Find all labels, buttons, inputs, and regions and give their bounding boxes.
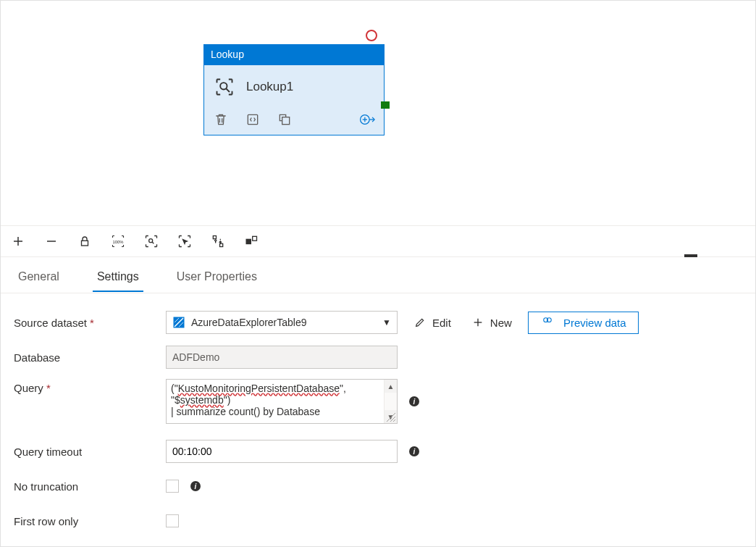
database-input bbox=[166, 346, 398, 369]
preview-data-button[interactable]: Preview data bbox=[528, 312, 639, 334]
code-icon[interactable] bbox=[245, 112, 261, 128]
activity-name: Lookup1 bbox=[246, 80, 293, 94]
auto-arrange-icon[interactable] bbox=[211, 234, 225, 249]
copy-icon[interactable] bbox=[277, 112, 293, 128]
tab-user-properties[interactable]: User Properties bbox=[172, 263, 261, 292]
canvas-toolbar: 100% bbox=[1, 225, 755, 257]
plus-icon bbox=[471, 316, 484, 329]
lookup-icon bbox=[213, 75, 236, 99]
info-icon[interactable]: i bbox=[409, 446, 419, 456]
svg-rect-2 bbox=[248, 114, 257, 124]
zoom-out-icon[interactable] bbox=[44, 234, 59, 249]
database-label: Database bbox=[14, 351, 166, 364]
query-label: Query * bbox=[14, 379, 166, 394]
svg-text:100%: 100% bbox=[113, 240, 124, 244]
settings-panel: Source dataset * AzureDataExplorerTable9… bbox=[1, 305, 755, 538]
source-dataset-label: Source dataset * bbox=[14, 317, 166, 329]
svg-rect-18 bbox=[253, 236, 257, 241]
preview-icon bbox=[540, 317, 555, 329]
lookup-activity-node[interactable]: Lookup Lookup1 bbox=[203, 44, 385, 135]
zoom-fit-icon[interactable] bbox=[144, 234, 159, 249]
query-timeout-label: Query timeout bbox=[14, 446, 166, 458]
new-button[interactable]: New bbox=[467, 313, 516, 332]
query-timeout-input[interactable] bbox=[166, 440, 398, 463]
svg-rect-15 bbox=[213, 236, 216, 239]
edit-button[interactable]: Edit bbox=[409, 313, 455, 332]
zoom-in-icon[interactable] bbox=[11, 234, 25, 249]
lock-icon[interactable] bbox=[77, 234, 92, 249]
panel-resize-handle[interactable] bbox=[684, 254, 697, 257]
pipeline-canvas[interactable]: Lookup Lookup1 bbox=[1, 1, 755, 225]
tab-settings[interactable]: Settings bbox=[93, 263, 143, 292]
no-truncation-checkbox[interactable] bbox=[166, 480, 179, 493]
add-output-icon[interactable] bbox=[359, 112, 375, 128]
activity-body[interactable]: Lookup1 bbox=[203, 64, 385, 135]
svg-point-0 bbox=[220, 83, 227, 89]
select-icon[interactable] bbox=[177, 234, 192, 249]
query-textarea[interactable]: ("KustoMonitoringPersistentDatabase", "$… bbox=[166, 379, 398, 424]
source-dataset-dropdown[interactable]: AzureDataExplorerTable9 ▼ bbox=[166, 311, 398, 334]
source-dataset-value: AzureDataExplorerTable9 bbox=[191, 317, 382, 328]
zoom-100-icon[interactable]: 100% bbox=[111, 234, 125, 249]
chevron-down-icon: ▼ bbox=[382, 317, 391, 327]
svg-line-14 bbox=[152, 242, 154, 244]
properties-tabs: General Settings User Properties bbox=[1, 262, 755, 293]
validation-indicator-icon bbox=[366, 30, 377, 41]
pencil-icon bbox=[413, 316, 427, 329]
info-icon[interactable]: i bbox=[409, 396, 419, 406]
no-truncation-label: No truncation bbox=[14, 480, 166, 493]
delete-icon[interactable] bbox=[213, 112, 229, 128]
svg-rect-16 bbox=[220, 243, 223, 246]
first-row-only-label: First row only bbox=[14, 515, 166, 527]
resize-grip-icon[interactable] bbox=[387, 413, 395, 422]
scroll-up-icon[interactable]: ▲ bbox=[385, 380, 397, 393]
tab-general[interactable]: General bbox=[14, 263, 64, 292]
navigator-icon[interactable] bbox=[244, 234, 259, 249]
svg-rect-17 bbox=[246, 239, 252, 245]
first-row-only-checkbox[interactable] bbox=[166, 514, 179, 527]
svg-line-1 bbox=[226, 88, 230, 92]
svg-rect-3 bbox=[282, 117, 290, 125]
info-icon[interactable]: i bbox=[190, 481, 201, 491]
svg-rect-11 bbox=[82, 241, 88, 246]
activity-header: Lookup bbox=[203, 44, 385, 64]
output-connector-handle[interactable] bbox=[381, 101, 390, 109]
azure-data-explorer-icon bbox=[172, 316, 185, 329]
